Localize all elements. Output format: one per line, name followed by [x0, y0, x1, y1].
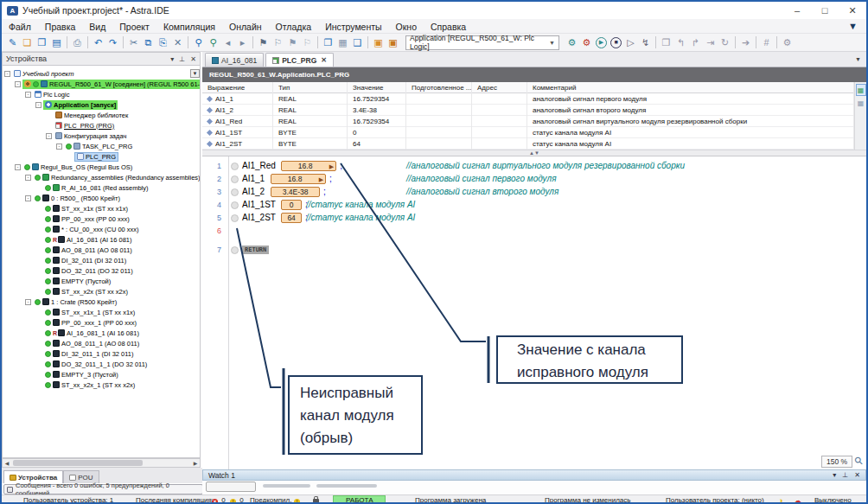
force-icon[interactable]: ↯ [638, 35, 653, 50]
declaration-view-icon[interactable]: ▦ [856, 84, 866, 96]
tree-expander-icon[interactable]: - [25, 92, 31, 98]
tree-item-ao_08_011-ao-08-011[interactable]: AO_08_011 (AO 08 011) [3, 245, 201, 255]
breakpoint-slot-icon[interactable] [231, 163, 239, 170]
prev-bookmark-icon[interactable]: ⚐ [271, 35, 285, 50]
paste-icon[interactable]: ⎘ [156, 35, 170, 50]
tree-expander-icon[interactable]: - [46, 133, 52, 139]
editor-tab-ai_16_081[interactable]: AI_16_081 [205, 53, 264, 67]
scroll-right-icon[interactable]: ▶ [191, 460, 200, 466]
tree-expander-icon[interactable]: - [15, 164, 21, 170]
grid-dd-icon[interactable]: ▦ [335, 35, 350, 50]
online-value-box[interactable]: 16.8▶ [271, 174, 326, 184]
breakpoint-slot-icon[interactable] [231, 214, 239, 222]
column-header-выражение[interactable]: Выражение [202, 82, 273, 93]
tree-item-do_32_011_1_1-do-32-011[interactable]: DO_32_011_1_1 (DO 32 011) [3, 359, 201, 369]
code-line-1[interactable]: 1AI1_Red16.8▶;//аналоговый сигнал виртуа… [202, 160, 866, 173]
tree-item-regul_bus_os-regul-bus-os[interactable]: -Regul_Bus_OS (Regul Bus OS) [3, 162, 201, 172]
tree-expander-icon[interactable]: - [35, 102, 41, 108]
close-icon[interactable]: ✕ [854, 471, 860, 479]
code-line-4[interactable]: 4AI1_1ST0;//статус канала модуля AI [202, 199, 866, 212]
tree-item-regul_r500_61_w-соединен-regul-r500-61-w[interactable]: -REGUL_R500_61_W [соединен] (REGUL R500 … [3, 79, 201, 89]
tree-item-do_32_011-do-32-011[interactable]: DO_32_011 (DO 32 011) [3, 265, 201, 276]
column-header-подготовленное[interactable]: Подготовленное ... [406, 82, 472, 93]
menu-компиляция[interactable]: Компиляция [156, 22, 222, 32]
build-icon[interactable]: ▣ [371, 35, 386, 50]
search-icon[interactable]: ⚲ [191, 35, 206, 50]
tree-item-pp_00_xxx_1-pp-00-xxx[interactable]: PP_00_xxx_1 (PP 00 xxx) [3, 317, 201, 328]
tree-item-ao_08_011_1-ao-08-011[interactable]: AO_08_011_1 (AO 08 011) [3, 338, 201, 348]
tree-item-0-r500_-r500-крейт[interactable]: -0 : R500_ (R500 Крейт) [3, 193, 201, 203]
clear-bookmarks-icon[interactable]: ⚐ [300, 35, 315, 50]
code-line-5[interactable]: 5AI1_2ST64;//статус канала модуля AI [202, 212, 866, 225]
tree-item-1-crate-r500-крейт[interactable]: -1 : Crate (R500 Крейт) [3, 297, 201, 307]
find-prev-icon[interactable]: ◂ [220, 35, 235, 50]
next-statement-icon[interactable]: ➔ [738, 35, 753, 50]
tree-item-учебный-проект[interactable]: -Учебный проект▼ [3, 68, 201, 79]
tree-horizontal-scrollbar[interactable]: ◀ ▶ [2, 458, 201, 468]
window-icon[interactable]: ❐ [321, 35, 335, 50]
implementation-view-icon[interactable]: ▦ [856, 98, 866, 110]
tree-item-r_ai_16_081-red-assembly[interactable]: R_AI_16_081 (Red assembly) [3, 182, 201, 193]
tree-expander-icon[interactable]: - [15, 81, 21, 87]
table-row[interactable]: AI1_1STBYTE0статус канала модуля AI [202, 127, 854, 138]
tree-item-empty-пустой[interactable]: EMPTY (Пустой) [3, 276, 201, 286]
watch-panel-header[interactable]: Watch 1 ▾ ⊥ ✕ [202, 469, 866, 481]
step-out-icon[interactable]: ↱ [688, 35, 703, 50]
code-line-2[interactable]: 2AI1_116.8▶;//аналоговый сигнал первого … [202, 173, 866, 186]
build-all-icon[interactable]: ▣ [386, 35, 400, 50]
close-icon[interactable]: ✕ [190, 55, 196, 63]
run-icon[interactable]: ▷ [623, 35, 638, 50]
expand-value-icon[interactable]: ▶ [319, 175, 323, 184]
tree-expander-icon[interactable]: - [56, 144, 62, 150]
new-file-icon[interactable]: ❏ [20, 35, 35, 50]
tree-item-cu_00_xxx-cu-00-xxx[interactable]: * : CU_00_xxx (CU 00 xxx) [3, 224, 201, 234]
close-tab-icon[interactable]: ✕ [321, 56, 327, 64]
scrollbar-thumb[interactable] [13, 460, 143, 466]
tree-item-plc_prg-prg[interactable]: PLC_PRG (PRG) [3, 120, 201, 131]
table-row[interactable]: AI1_1REAL16.7529354аналоговый сигнал пер… [202, 93, 854, 105]
editor-tab-plc_prg[interactable]: PLC_PRG✕ [265, 53, 334, 67]
tree-item-plc_prg[interactable]: PLC_PRG [3, 151, 201, 162]
delete-icon[interactable]: ✕ [170, 35, 185, 50]
tab-list-dropdown-icon[interactable]: ▼ [855, 56, 861, 62]
tree-item-di_32_011-di-32-011[interactable]: DI_32_011 (DI 32 011) [3, 255, 201, 265]
tree-expander-icon[interactable]: - [25, 195, 31, 201]
online-value-box[interactable]: 3.4E-38 [271, 187, 320, 197]
next-bookmark-icon[interactable]: ⚑ [285, 35, 300, 50]
panel-menu-icon[interactable]: ▾ [170, 55, 174, 63]
tree-item-менеджер-библиотек[interactable]: Менеджер библиотек [3, 110, 201, 120]
messages-bar[interactable]: Сообщения - всего 0 ошибок, 5 предупрежд… [3, 484, 203, 494]
tree-item-task_plc_prg[interactable]: -TASK_PLC_PRG [3, 141, 201, 151]
copy-icon[interactable]: ⧉ [141, 35, 156, 50]
menu-вид[interactable]: Вид [82, 22, 112, 32]
breakpoint-slot-icon[interactable] [231, 175, 239, 183]
save-icon[interactable]: ▤ [49, 35, 64, 50]
menu-проект[interactable]: Проект [112, 22, 156, 32]
tree-item-ai_16_081_1-ai-16-081[interactable]: RAI_16_081_1 (AI 16 081) [3, 328, 201, 338]
code-line-7[interactable]: 7RETURN [202, 244, 866, 257]
menu-правка[interactable]: Правка [38, 22, 82, 32]
column-header-комментарий[interactable]: Комментарий [527, 82, 854, 93]
close-button[interactable]: ✕ [839, 3, 866, 18]
settings-small-gear-icon[interactable]: ⚙ [780, 35, 795, 50]
online-config-gear-icon[interactable]: ⚙ [579, 35, 594, 50]
menu-файл[interactable]: Файл [2, 22, 38, 32]
tree-item-st_xx_x2x_1-st-xx-x2x[interactable]: ST_xx_x2x_1 (ST xx x2x) [3, 380, 201, 390]
pin-icon[interactable]: ⊥ [842, 471, 848, 479]
menu-отладка[interactable]: Отладка [269, 22, 319, 32]
flow-control-icon[interactable]: # [759, 35, 774, 50]
table-row[interactable]: AI1_2STBYTE64статус канала модуля AI [202, 138, 854, 150]
tree-item-pp_00_xxx-pp-00-xxx[interactable]: PP_00_xxx (PP 00 xxx) [3, 214, 201, 224]
print-icon[interactable]: ⎙ [70, 35, 85, 50]
column-header-тип[interactable]: Тип [273, 82, 348, 93]
tree-expander-icon[interactable]: - [25, 175, 31, 181]
cut-icon[interactable]: ✂ [126, 35, 141, 50]
pen-icon[interactable]: ✎ [5, 35, 20, 50]
start-icon[interactable]: ▶ [596, 37, 607, 48]
step-over-icon[interactable]: ❐ [659, 35, 673, 50]
bookmark-icon[interactable]: ⚑ [256, 35, 271, 50]
login-gear-icon[interactable]: ⚙ [565, 35, 579, 50]
tree-item-st_xx_x2x-st-xx-x2x[interactable]: ST_xx_x2x (ST xx x2x) [3, 286, 201, 297]
menu-окно[interactable]: Окно [389, 22, 424, 32]
tree-item-st_xx_x1x-st-xx-x1x[interactable]: ST_xx_x1x (ST xx x1x) [3, 203, 201, 214]
